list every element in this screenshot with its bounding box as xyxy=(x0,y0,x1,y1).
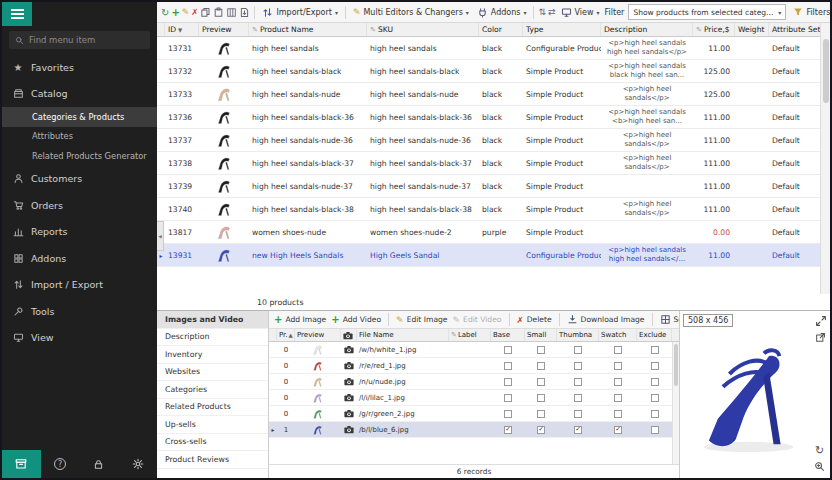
button-edit-icon[interactable]: ✎ xyxy=(182,5,190,20)
col-header-camera[interactable] xyxy=(341,329,357,341)
col-header-base[interactable]: Base xyxy=(491,329,525,341)
open-external-icon[interactable] xyxy=(814,331,827,344)
product-row-13738[interactable]: 13738high heel sandals-black-37high heel… xyxy=(157,152,820,175)
expand-icon[interactable] xyxy=(814,314,827,327)
checkbox-small[interactable]: ✓ xyxy=(525,422,557,437)
collapse-sidebar-handle[interactable]: ◀ xyxy=(157,221,164,251)
checkbox-exclude[interactable] xyxy=(637,358,672,373)
checkbox-exclude[interactable] xyxy=(637,422,672,437)
checkbox-small[interactable] xyxy=(525,374,557,389)
button-edit-video[interactable]: ✎Edit Video xyxy=(453,315,502,325)
product-row-13739[interactable]: 13739high heel sandals-nude-37high heel … xyxy=(157,175,820,198)
tab-up-sells[interactable]: Up-sells xyxy=(157,416,268,434)
sidebar-item-related-products-generator[interactable]: Related Products Generator xyxy=(2,146,157,166)
col-header-file-name[interactable]: File Name xyxy=(357,329,449,341)
col-header-marker[interactable] xyxy=(269,329,277,341)
checkbox-small[interactable] xyxy=(525,390,557,405)
col-header-price[interactable]: ✎Price,$ xyxy=(693,23,735,36)
col-header-type[interactable]: Type xyxy=(523,23,601,36)
product-row-13737[interactable]: 13737high heel sandals-nude-36high heel … xyxy=(157,129,820,152)
button-set-resize-rule[interactable]: Set Resize Rule▾ xyxy=(660,314,679,325)
checkbox-base[interactable] xyxy=(491,358,525,373)
menu-addons[interactable]: Addons▾ xyxy=(474,5,530,20)
zoom-icon[interactable] xyxy=(813,460,826,473)
col-header-marker[interactable] xyxy=(157,23,165,36)
menu-multi-editors-changers[interactable]: ✎Multi Editors & Changers▾ xyxy=(350,5,472,19)
scrollbar-thumb[interactable] xyxy=(674,344,678,386)
tab-categories[interactable]: Categories xyxy=(157,381,268,399)
button-sort-desc-icon[interactable]: ⇄ xyxy=(548,5,556,20)
checkbox-thumbnail[interactable]: ✓ xyxy=(557,422,599,437)
col-header-preview[interactable]: Preview xyxy=(295,329,341,341)
tab-inventory[interactable]: Inventory xyxy=(157,346,268,364)
filters-button[interactable]: Filters▾ xyxy=(790,5,830,19)
images-scrollbar[interactable] xyxy=(672,342,679,464)
checkbox-exclude[interactable] xyxy=(637,342,672,357)
button-delete-icon[interactable]: ✗ xyxy=(191,5,198,20)
col-header-color[interactable]: Color xyxy=(479,23,523,36)
product-row-13731[interactable]: 13731high heel sandalshigh heel sandalsb… xyxy=(157,37,820,60)
checkbox-exclude[interactable] xyxy=(637,374,672,389)
col-header-pr[interactable]: Pr.▲ xyxy=(277,329,295,341)
button-columns-icon[interactable] xyxy=(226,5,237,20)
product-row-13817[interactable]: 13817women shoes-nudewomen shoes-nude-2p… xyxy=(157,221,820,244)
col-header-weight[interactable]: Weight xyxy=(735,23,769,36)
checkbox-base[interactable] xyxy=(491,390,525,405)
checkbox-thumbnail[interactable] xyxy=(557,358,599,373)
menu-import-export[interactable]: Import/Export▾ xyxy=(259,5,340,20)
product-row-13733[interactable]: 13733high heel sandals-nudehigh heel san… xyxy=(157,83,820,106)
button-add-image[interactable]: +Add Image xyxy=(274,314,326,325)
category-filter-select[interactable]: Show products from selected categories▾ xyxy=(628,4,786,20)
sidebar-item-attributes[interactable]: Attributes xyxy=(2,127,157,147)
sidebar-item-favorites[interactable]: ★Favorites xyxy=(2,54,157,81)
tab-description[interactable]: Description xyxy=(157,329,268,347)
checkbox-thumbnail[interactable] xyxy=(557,390,599,405)
sidebar-item-orders[interactable]: Orders xyxy=(2,192,157,219)
checkbox-swatch[interactable] xyxy=(599,406,637,421)
col-header-preview[interactable]: Preview xyxy=(199,23,249,36)
checkbox-exclude[interactable] xyxy=(637,406,672,421)
button-paste-icon[interactable] xyxy=(213,5,224,20)
sidebar-item-catalog[interactable]: Catalog xyxy=(2,81,157,108)
button-sort-asc-icon[interactable]: ⇅ xyxy=(538,5,546,20)
col-header-description[interactable]: Description xyxy=(601,23,693,36)
col-header-thumbna[interactable]: Thumbna xyxy=(557,329,599,341)
checkbox-small[interactable] xyxy=(525,342,557,357)
col-header-attribute-set-name[interactable]: Attribute Set Name xyxy=(769,23,824,36)
products-scrollbar[interactable] xyxy=(820,23,830,294)
lock-button[interactable] xyxy=(80,450,119,478)
col-header-sku[interactable]: ✎SKU xyxy=(367,23,479,36)
button-export-icon[interactable] xyxy=(239,5,250,20)
image-row-n-u-nude-jpg[interactable]: 0/n/u/nude.jpg xyxy=(269,374,679,390)
menu-view[interactable]: View▾ xyxy=(558,5,603,20)
col-header-exclude[interactable]: Exclude xyxy=(637,329,672,341)
sidebar-item-import-export[interactable]: Import / Export xyxy=(2,272,157,299)
checkbox-swatch[interactable] xyxy=(599,342,637,357)
checkbox-exclude[interactable] xyxy=(637,390,672,405)
rotate-icon[interactable]: ↻ xyxy=(813,444,826,457)
sidebar-item-customers[interactable]: Customers xyxy=(2,166,157,193)
button-edit-image[interactable]: ✎Edit Image xyxy=(396,315,447,325)
col-header-swatch[interactable]: Swatch xyxy=(599,329,637,341)
settings-button[interactable] xyxy=(118,450,157,478)
checkbox-swatch[interactable] xyxy=(599,390,637,405)
checkbox-swatch[interactable] xyxy=(599,358,637,373)
sidebar-item-view[interactable]: View xyxy=(2,325,157,352)
image-row-l-i-lilac-1-jpg[interactable]: 0/l/i/lilac_1.jpg xyxy=(269,390,679,406)
product-row-13740[interactable]: 13740high heel sandals-black-38high heel… xyxy=(157,198,820,221)
scrollbar-thumb[interactable] xyxy=(823,39,829,103)
sidebar-item-reports[interactable]: Reports xyxy=(2,219,157,246)
sidebar-item-tools[interactable]: Tools xyxy=(2,298,157,325)
checkbox-swatch[interactable] xyxy=(599,374,637,389)
tab-product-reviews[interactable]: Product Reviews xyxy=(157,451,268,469)
button-download-image[interactable]: Download Image xyxy=(567,314,645,325)
image-row-w-h-white-1-jpg[interactable]: 0/w/h/white_1.jpg xyxy=(269,342,679,358)
button-delete[interactable]: ✗Delete xyxy=(517,315,552,325)
menu-search-input[interactable]: Find menu item xyxy=(9,31,150,49)
checkbox-small[interactable] xyxy=(525,406,557,421)
checkbox-thumbnail[interactable] xyxy=(557,406,599,421)
col-header-product-name[interactable]: ✎Product Name xyxy=(249,23,367,36)
image-row-r-e-red-1-jpg[interactable]: 0/r/e/red_1.jpg xyxy=(269,358,679,374)
checkbox-thumbnail[interactable] xyxy=(557,342,599,357)
store-manager-button[interactable] xyxy=(2,450,41,478)
